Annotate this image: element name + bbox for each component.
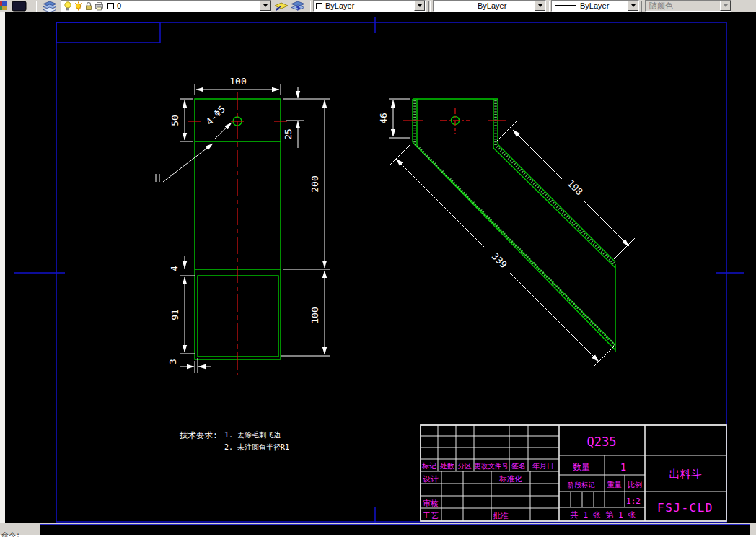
model-space-canvas[interactable]: 100 50 4-Φ5 25 200 91 100 4 3 46 198 339… <box>0 12 756 523</box>
left-edge-strip <box>0 12 5 537</box>
tb-part-name: 出料斗 <box>669 468 702 481</box>
tech-req-title: 技术要求: <box>179 430 218 440</box>
dim-hole-offset: 25 <box>283 128 294 140</box>
chevron-down-icon <box>263 4 268 7</box>
layer-dropdown[interactable]: 0 <box>61 0 271 12</box>
linetype-value: ByLayer <box>478 1 506 10</box>
layer-freeze-sun-icon[interactable] <box>74 1 83 11</box>
tb-design: 设计 <box>423 474 439 483</box>
tb-material: Q235 <box>587 435 617 449</box>
front-view-centerlines <box>188 92 287 375</box>
layer-on-bulb-icon[interactable] <box>63 1 72 11</box>
drawing-svg: 100 50 4-Φ5 25 200 91 100 4 3 46 198 339… <box>0 12 756 523</box>
layer-previous-icon[interactable] <box>291 1 306 12</box>
toolbar-separator <box>548 1 550 12</box>
tb-mark: 标记 <box>421 462 436 470</box>
cad-application-window: 0 ByLayer ByLayer <box>0 0 756 537</box>
dim-width-top: 100 <box>229 76 246 87</box>
chevron-down-icon <box>418 4 422 7</box>
plotstyle-dropdown-arrow <box>720 1 731 11</box>
frame-attachment-box <box>56 22 160 43</box>
layer-name: 0 <box>117 1 121 10</box>
dim-hole-note: 4-Φ5 <box>203 103 227 127</box>
tb-weight-label: 重量 <box>607 481 622 489</box>
tech-req-item2: 2. 未注圆角半径R1 <box>224 443 289 451</box>
dim-gap-side: 3 <box>167 359 178 364</box>
toolbar: 0 ByLayer ByLayer <box>0 0 756 12</box>
side-view-outline <box>413 99 615 352</box>
dimension-labels: 100 50 4-Φ5 25 200 91 100 4 3 46 198 339 <box>167 76 585 364</box>
tb-date: 年月日 <box>532 462 554 470</box>
dim-chute-length: 339 <box>490 250 509 270</box>
dim-flange-height: 100 <box>309 307 320 323</box>
tb-zone: 分区 <box>457 462 472 470</box>
tb-scale-value: 1:2 <box>626 497 641 506</box>
dim-height-top: 50 <box>170 115 180 126</box>
plotstyle-value: 随颜色 <box>649 1 673 12</box>
chevron-down-icon <box>631 4 636 7</box>
toolbar-separator <box>428 1 431 12</box>
tb-drawing-no: FSJ-CLD <box>657 501 713 515</box>
linetype-sample-line <box>436 6 474 6</box>
layer-dropdown-arrow[interactable] <box>260 1 271 11</box>
layer-color-swatch <box>107 3 114 9</box>
tb-sign: 签名 <box>511 462 526 470</box>
tb-qty-label: 数量 <box>573 462 590 472</box>
linetype-dropdown-arrow[interactable] <box>535 1 545 11</box>
chevron-down-icon <box>724 4 728 7</box>
lineweight-sample-line <box>555 5 576 6</box>
toolbar-separator <box>35 1 37 12</box>
plotstyle-dropdown: 随颜色 <box>645 0 731 12</box>
side-view-wall-hatch <box>415 100 615 345</box>
command-line-area: 命令: <box>0 523 756 537</box>
color-value: ByLayer <box>325 1 354 10</box>
front-view-dimensions <box>156 84 330 373</box>
tb-process: 工艺 <box>423 511 439 520</box>
command-line-window[interactable] <box>40 524 750 535</box>
tb-qty-value: 1 <box>620 461 626 473</box>
tb-doc-no: 更改文件号 <box>474 462 509 470</box>
tech-requirements: 技术要求: 1. 去除毛刺飞边 2. 未注圆角半径R1 <box>179 430 289 451</box>
layers-icon[interactable] <box>42 1 58 12</box>
color-dropdown-arrow[interactable] <box>414 1 425 11</box>
dim-chute-width: 198 <box>566 178 585 197</box>
tb-stage-label: 阶段标记 <box>568 481 595 489</box>
clipped-tool-icon[interactable] <box>0 1 9 12</box>
dim-top-height: 46 <box>378 113 389 124</box>
tb-sheet-info: 共 1 张 第 1 张 <box>570 510 636 520</box>
toolbar-separator <box>641 1 643 12</box>
tech-req-item1: 1. 去除毛刺飞边 <box>224 431 281 439</box>
tb-approve: 批准 <box>493 511 509 520</box>
make-layer-current-icon[interactable] <box>274 1 289 12</box>
dim-gap-top: 4 <box>169 266 180 271</box>
dim-height-main: 200 <box>309 175 320 192</box>
command-prompt-fragment: 命令: <box>1 531 20 537</box>
chevron-down-icon <box>538 4 542 7</box>
color-dropdown[interactable]: ByLayer <box>313 0 426 12</box>
sheet-frame <box>14 17 744 523</box>
tb-count: 处数 <box>440 462 454 470</box>
dark-square-tool-icon[interactable] <box>12 1 27 12</box>
lineweight-dropdown[interactable]: ByLayer <box>551 0 639 12</box>
tb-standard: 标准化 <box>498 474 522 483</box>
lineweight-value: ByLayer <box>580 1 609 10</box>
lineweight-dropdown-arrow[interactable] <box>628 1 638 11</box>
toolbar-separator <box>309 1 311 12</box>
linetype-dropdown[interactable]: ByLayer <box>433 0 546 12</box>
layer-lock-icon[interactable] <box>84 1 93 11</box>
dim-opening-height: 91 <box>170 309 180 320</box>
side-view-centerlines <box>403 108 506 134</box>
layer-plot-icon[interactable] <box>94 1 104 11</box>
tb-check: 审核 <box>423 499 439 507</box>
current-color-swatch <box>316 3 322 9</box>
tb-scale-label: 比例 <box>628 481 642 489</box>
